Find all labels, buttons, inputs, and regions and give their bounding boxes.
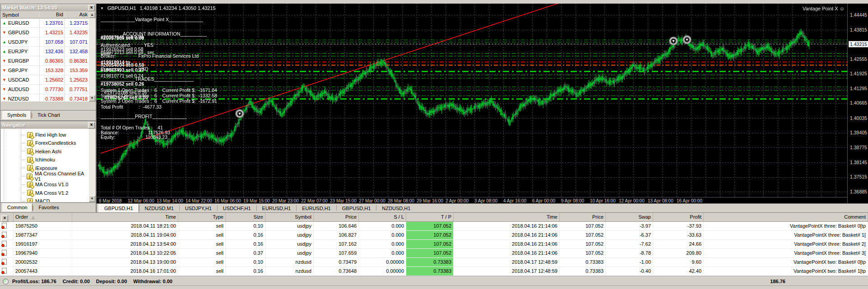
time-axis-label: 22 Mar 07:00 <box>301 198 328 203</box>
navigator-item-label: Flexi High low <box>35 132 66 138</box>
cell-comment: VantagePointX three: Basket# 0[tp <box>704 222 868 230</box>
market-watch-row[interactable]: ▼USDCAD1.256021.25623 <box>1 75 89 85</box>
tab-tick-chart[interactable]: Tick Chart <box>32 111 65 119</box>
terminal-col-symbol[interactable]: Symbol <box>265 213 314 221</box>
market-watch-row[interactable]: ▼NZDUSD0.733880.73418 <box>1 94 89 101</box>
col-symbol[interactable]: Symbol <box>1 12 40 18</box>
order-doc-icon <box>2 223 7 229</box>
price-axis[interactable]: 1.444451.438151.432151.425551.419251.412… <box>847 4 868 204</box>
close-icon[interactable]: × <box>88 122 95 128</box>
navigator-item-macd[interactable]: fMACD <box>21 197 50 202</box>
navigator-item-heiken-ashi[interactable]: fHeiken Ashi <box>21 147 61 156</box>
chart-tab-usdjpy-h1[interactable]: USDJPY,H1 <box>180 204 217 212</box>
terminal-col-price[interactable]: Price <box>314 213 359 221</box>
terminal-col-s-l[interactable]: S / L <box>359 213 406 221</box>
market-watch-scrollbar[interactable]: ▲ ▼ <box>89 12 95 101</box>
table-row[interactable]: 199161972018.04.12 13:54:00sell0.16usdjp… <box>0 240 868 249</box>
chart-window[interactable]: ▼ GBPUSD,H1 1.43198 1.43234 1.43050 1.43… <box>96 4 868 212</box>
navigator-item-ma-cross-v1-0[interactable]: fMA Cross V1.0 <box>21 180 68 188</box>
market-watch-row[interactable]: ▲EURJPY132.436132.458 <box>1 47 89 56</box>
scroll-down-icon[interactable]: ▼ <box>89 95 95 101</box>
table-row[interactable]: 200025322018.04.13 19:00:00sell0.10nzdus… <box>0 258 868 267</box>
price-axis-label: 1.40035 <box>850 115 867 121</box>
navigator-item-ma-cross-v1-2[interactable]: fMA Cross V1.2 <box>21 189 68 197</box>
terminal-col-comment[interactable]: Comment <box>704 213 868 221</box>
cell-time: 2018.04.16 21:14:06 <box>454 231 560 239</box>
tree-stub <box>21 184 26 185</box>
price-axis-label: 1.41925 <box>850 71 867 76</box>
time-axis-label: 2 Apr 00:00 <box>446 198 469 203</box>
chart-tab-eurusd-h1[interactable]: EURUSD,H1 <box>297 204 336 212</box>
cell-profit: 209.80 <box>653 249 704 257</box>
cell-swap: -0.40 <box>606 267 653 275</box>
cell-price: 107.162 <box>314 240 359 248</box>
market-watch-title[interactable]: Market Watch: 13:54:00 × <box>0 4 96 11</box>
col-bid[interactable]: Bid <box>40 12 65 18</box>
close-icon[interactable]: × <box>88 5 95 11</box>
navigator-panel: Navigator × fFlexi High lowfForexCandles… <box>0 121 96 213</box>
market-watch-row[interactable]: ▲USDJPY107.058107.071 <box>1 37 89 47</box>
terminal-col-price[interactable]: Price <box>560 213 606 221</box>
navigator-item-forexcandlesticks[interactable]: fForexCandlesticks <box>21 139 76 147</box>
terminal-col-profit[interactable]: Profit <box>653 213 704 221</box>
chart-tab-nzdusd-h1[interactable]: NZDUSD,H1 <box>376 204 416 212</box>
chart-tab-gbpusd-h1[interactable]: GBPUSD,H1 <box>98 204 139 212</box>
terminal-col-size[interactable]: Size <box>226 213 265 221</box>
table-row[interactable]: 198773472018.04.11 19:04:00sell0.16usdjp… <box>0 231 868 240</box>
market-watch-row[interactable]: ▼EURGBP0.863650.86381 <box>1 56 89 66</box>
market-watch-row[interactable]: ▼AUDUSD0.777300.77751 <box>1 85 89 94</box>
cell-order: 20002532 <box>14 258 72 266</box>
table-row[interactable]: 200574432018.04.16 17:01:00sell0.16nzdus… <box>0 267 868 276</box>
price-axis-label: 1.38145 <box>850 160 867 165</box>
navigator-item-ichimoku[interactable]: fIchimoku <box>21 156 55 164</box>
terminal-col-time[interactable]: Time <box>72 213 178 221</box>
navigator-item-ma-cross-channel-ea-v1[interactable]: fMA Cross Channel EA V1 <box>21 172 89 180</box>
cell-price: 0.73648 <box>314 267 359 275</box>
cell-order: 19967940 <box>14 249 72 257</box>
scroll-up-icon[interactable]: ▲ <box>89 12 95 18</box>
market-watch-header: Symbol Bid Ask <box>1 12 89 18</box>
time-axis-label: 9 Apr 08:00 <box>561 198 584 203</box>
cell-size: 0.37 <box>226 249 265 257</box>
table-row[interactable]: 199679402018.04.13 10:22:05sell0.37usdjp… <box>0 249 868 258</box>
market-watch-row[interactable]: ▲EURUSD1.237011.23715 <box>1 18 89 28</box>
cell-s-l: 0.00000 <box>359 258 406 266</box>
terminal-col-order[interactable]: Order △ <box>14 213 72 221</box>
terminal-col-type[interactable]: Type <box>178 213 226 221</box>
chart-title[interactable]: ▼ GBPUSD,H1 1.43198 1.43234 1.43050 1.43… <box>100 5 216 11</box>
market-watch-row[interactable]: ▼GBPJPY153.328153.359 <box>1 66 89 75</box>
cell-s-l: 0.000 <box>359 249 406 257</box>
navigator-title[interactable]: Navigator × <box>0 121 96 128</box>
navigator-item-label: iExposure <box>35 165 57 171</box>
chevron-down-icon[interactable]: ▼ <box>100 6 104 10</box>
navigator-scrollbar[interactable]: ▼ <box>89 129 95 202</box>
chart-tab-eurusd-h1[interactable]: EURUSD,H1 <box>257 204 297 212</box>
ask-cell: 0.86381 <box>65 56 89 65</box>
table-row[interactable]: 198752502018.04.11 18:21:00sell0.10usdjp… <box>0 222 868 231</box>
cell-swap: -7.62 <box>606 240 653 248</box>
price-axis-label: 1.44445 <box>850 12 867 18</box>
navigator-item-flexi-high-low[interactable]: fFlexi High low <box>21 131 66 139</box>
terminal-col-t-p[interactable]: T / P <box>406 213 454 221</box>
chart-tab-usdchf-h1[interactable]: USDCHF,H1 <box>218 204 256 212</box>
tab-favorites[interactable]: Favorites <box>33 203 64 212</box>
col-ask[interactable]: Ask <box>65 12 89 18</box>
indicator-icon: f <box>27 165 33 171</box>
chart-tab-gbpusd-h1[interactable]: GBPUSD,H1 <box>337 204 376 212</box>
cell-type: sell <box>178 249 226 257</box>
terminal-col-time[interactable]: Time <box>454 213 560 221</box>
chart-tab-nzdusd-m1[interactable]: NZDUSD,M1 <box>139 204 179 212</box>
close-icon[interactable]: × <box>1 215 8 222</box>
market-watch-rows: ▲EURUSD1.237011.23715▼GBPUSD1.432151.432… <box>1 18 89 101</box>
window-bottom-edge <box>0 285 868 289</box>
ea-overlay-line: #19738052 sell 0.26 <box>101 82 144 87</box>
scroll-down-icon[interactable]: ▼ <box>89 196 95 202</box>
tab-common[interactable]: Common <box>2 203 32 211</box>
cell-s-l: 0.000 <box>359 240 406 248</box>
market-watch-row[interactable]: ▼GBPUSD1.432151.43235 <box>1 28 89 37</box>
time-axis-label: 29 Mar 16:00 <box>417 198 443 203</box>
terminal-col-swap[interactable]: Swap <box>606 213 653 221</box>
tab-symbols[interactable]: Symbols <box>2 111 31 119</box>
tree-stub <box>21 193 26 193</box>
tree-stub <box>21 160 26 160</box>
